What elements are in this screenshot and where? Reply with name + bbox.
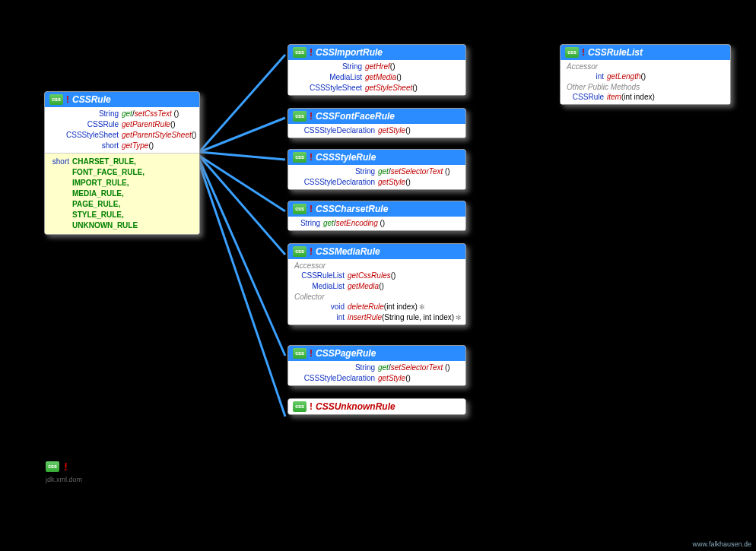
css-icon — [293, 401, 307, 412]
class-title: CSSRuleList — [588, 47, 643, 58]
svg-line-2 — [199, 152, 285, 160]
section-label: Accessor — [564, 62, 727, 71]
bang-icon: ! — [310, 152, 313, 163]
css-icon — [293, 111, 307, 122]
method-row: Stringget/setCssText () — [48, 109, 196, 119]
class-cssstylerule: !CSSStyleRule Stringget/setSelectorText … — [287, 149, 466, 190]
method-row: CSSStyleDeclarationgetStyle () — [291, 177, 462, 188]
bang-icon: ! — [310, 246, 313, 257]
method-row: StringgetHref () — [291, 62, 462, 72]
class-body: CSSStyleDeclarationgetStyle () — [288, 124, 465, 138]
bang-icon: ! — [310, 348, 313, 359]
bang-icon: ! — [64, 460, 68, 473]
package-name: org.w3c.dom.css — [72, 460, 165, 473]
class-header: !CSSStyleRule — [288, 150, 465, 165]
class-header: !CSSPageRule — [288, 346, 465, 361]
class-title: CSSImportRule — [316, 47, 383, 58]
method-row: CSSStyleSheetgetStyleSheet () — [291, 83, 462, 93]
method-row: CSSRulegetParentRule () — [48, 119, 196, 130]
watermark: www.falkhausen.de — [692, 540, 751, 548]
bang-icon: ! — [582, 47, 585, 58]
method-row: CSSStyleSheetgetParentStyleSheet () — [48, 130, 196, 141]
class-cssmediarule: !CSSMediaRule Accessor CSSRuleListgetCss… — [287, 243, 466, 325]
class-title: CSSUnknownRule — [316, 401, 395, 412]
css-icon — [293, 348, 307, 359]
method-row: MediaListgetMedia () — [291, 281, 462, 292]
class-header: !CSSImportRule — [288, 45, 465, 60]
bang-icon: ! — [66, 94, 69, 105]
class-body: Stringget/setEncoding () — [288, 217, 465, 230]
bang-icon: ! — [310, 47, 313, 58]
class-title: CSSCharsetRule — [316, 204, 388, 214]
class-cssfontfacerule: !CSSFontFaceRule CSSStyleDeclarationgetS… — [287, 108, 466, 138]
bang-icon: ! — [310, 111, 313, 122]
class-body: Stringget/setCssText () CSSRulegetParent… — [45, 107, 199, 153]
class-header: !CSSFontFaceRule — [288, 109, 465, 124]
class-header: !CSSMediaRule — [288, 244, 465, 259]
method-row: intinsertRule (String rule, int index)✻ — [291, 312, 462, 323]
class-csscharsetrule: !CSSCharsetRule Stringget/setEncoding () — [287, 201, 466, 231]
package-module: jdk.xml.dom — [46, 476, 82, 483]
section-label: Other Public Methods — [564, 82, 727, 92]
class-title: CSSFontFaceRule — [316, 111, 395, 122]
class-cssrule: ! CSSRule Stringget/setCssText () CSSRul… — [44, 91, 200, 235]
class-body: Accessor intgetLength () Other Public Me… — [561, 60, 730, 104]
svg-line-1 — [199, 118, 285, 152]
css-icon — [46, 461, 59, 472]
class-csspagerule: !CSSPageRule Stringget/setSelectorText (… — [287, 345, 466, 386]
svg-line-5 — [199, 160, 285, 356]
css-icon — [293, 204, 307, 214]
bang-icon: ! — [310, 401, 313, 412]
css-icon — [49, 94, 63, 105]
class-body: Stringget/setSelectorText () CSSStyleDec… — [288, 165, 465, 189]
css-icon — [293, 47, 307, 58]
package-label: ! org.w3c.dom.css — [46, 460, 165, 473]
method-row: intgetLength () — [564, 71, 727, 82]
method-row: Stringget/setSelectorText () — [291, 166, 462, 177]
class-header: !CSSRuleList — [561, 45, 730, 60]
method-row: CSSRuleListgetCssRules () — [291, 271, 462, 281]
class-header: !CSSCharsetRule — [288, 201, 465, 217]
css-icon — [293, 246, 307, 257]
constants-block: shortCHARSET_RULE, FONT_FACE_RULE, IMPOR… — [45, 153, 199, 234]
class-body: Stringget/setSelectorText () CSSStyleDec… — [288, 361, 465, 385]
svg-line-3 — [199, 156, 285, 211]
method-row: Stringget/setEncoding () — [291, 218, 462, 229]
class-body: Accessor CSSRuleListgetCssRules () Media… — [288, 259, 465, 325]
css-icon — [293, 152, 307, 163]
class-cssimportrule: !CSSImportRule StringgetHref () MediaLis… — [287, 44, 466, 96]
class-body: StringgetHref () MediaListgetMedia () CS… — [288, 60, 465, 95]
class-title: CSSStyleRule — [316, 152, 376, 163]
class-cssunknownrule: !CSSUnknownRule — [287, 398, 466, 415]
class-title: CSSMediaRule — [316, 246, 380, 257]
section-label: Accessor — [291, 261, 462, 271]
class-title: CSSRule — [72, 94, 111, 105]
class-cssrulelist: !CSSRuleList Accessor intgetLength () Ot… — [560, 44, 731, 105]
method-row: CSSStyleDeclarationgetStyle () — [291, 125, 462, 136]
class-title: CSSPageRule — [316, 348, 376, 359]
svg-line-0 — [199, 55, 285, 152]
method-row: shortgetType () — [48, 141, 196, 151]
svg-line-4 — [199, 156, 285, 255]
method-row: Stringget/setSelectorText () — [291, 363, 462, 373]
method-row: voiddeleteRule (int index)✻ — [291, 302, 462, 312]
class-header: !CSSUnknownRule — [288, 399, 465, 414]
method-row: MediaListgetMedia () — [291, 72, 462, 83]
svg-line-6 — [199, 163, 285, 416]
bang-icon: ! — [310, 204, 313, 214]
class-header: ! CSSRule — [45, 92, 199, 107]
method-row: CSSRuleitem (int index) — [564, 92, 727, 103]
css-icon — [565, 47, 579, 58]
method-row: CSSStyleDeclarationgetStyle () — [291, 373, 462, 384]
section-label: Collector — [291, 292, 462, 302]
